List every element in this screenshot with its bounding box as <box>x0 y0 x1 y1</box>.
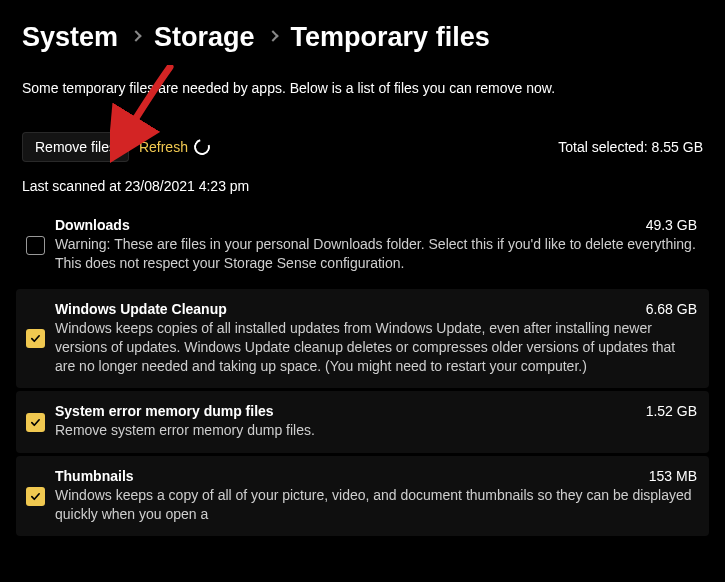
check-icon <box>30 333 41 344</box>
item-description: Windows keeps copies of all installed up… <box>55 319 697 377</box>
last-scanned-label: Last scanned at 23/08/2021 4:23 pm <box>0 162 725 202</box>
total-selected-label: Total selected: 8.55 GB <box>558 139 703 155</box>
refresh-icon <box>191 136 213 158</box>
refresh-label: Refresh <box>139 139 188 155</box>
item-size: 153 MB <box>649 468 697 484</box>
checkbox[interactable] <box>26 236 45 255</box>
item-title: Downloads <box>55 217 130 233</box>
item-body: Windows Update Cleanup 6.68 GB Windows k… <box>55 301 697 377</box>
item-description: Remove system error memory dump files. <box>55 421 697 440</box>
item-description: Windows keeps a copy of all of your pict… <box>55 486 697 525</box>
check-icon <box>30 491 41 502</box>
item-title: System error memory dump files <box>55 403 274 419</box>
item-body: Thumbnails 153 MB Windows keeps a copy o… <box>55 468 697 525</box>
breadcrumb-current: Temporary files <box>291 22 490 53</box>
list-item[interactable]: Windows Update Cleanup 6.68 GB Windows k… <box>16 289 709 389</box>
actions-row: Remove files Refresh Total selected: 8.5… <box>0 98 725 162</box>
checkbox[interactable] <box>26 413 45 432</box>
refresh-button[interactable]: Refresh <box>139 139 210 155</box>
checkbox[interactable] <box>26 329 45 348</box>
file-category-list: Downloads 49.3 GB Warning: These are fil… <box>0 205 725 537</box>
item-title: Windows Update Cleanup <box>55 301 227 317</box>
list-item[interactable]: Thumbnails 153 MB Windows keeps a copy o… <box>16 456 709 537</box>
remove-files-button[interactable]: Remove files <box>22 132 129 162</box>
checkbox[interactable] <box>26 487 45 506</box>
item-body: System error memory dump files 1.52 GB R… <box>55 403 697 440</box>
item-size: 1.52 GB <box>646 403 697 419</box>
item-description: Warning: These are files in your persona… <box>55 235 697 274</box>
list-item[interactable]: System error memory dump files 1.52 GB R… <box>16 391 709 452</box>
page-description: Some temporary files are needed by apps.… <box>0 65 725 98</box>
item-body: Downloads 49.3 GB Warning: These are fil… <box>55 217 697 274</box>
check-icon <box>30 417 41 428</box>
breadcrumb-storage[interactable]: Storage <box>154 22 255 53</box>
chevron-right-icon <box>130 30 141 41</box>
list-item[interactable]: Downloads 49.3 GB Warning: These are fil… <box>16 205 709 286</box>
breadcrumb-system[interactable]: System <box>22 22 118 53</box>
item-title: Thumbnails <box>55 468 134 484</box>
chevron-right-icon <box>267 30 278 41</box>
item-size: 49.3 GB <box>646 217 697 233</box>
breadcrumb: System Storage Temporary files <box>0 0 725 65</box>
item-size: 6.68 GB <box>646 301 697 317</box>
